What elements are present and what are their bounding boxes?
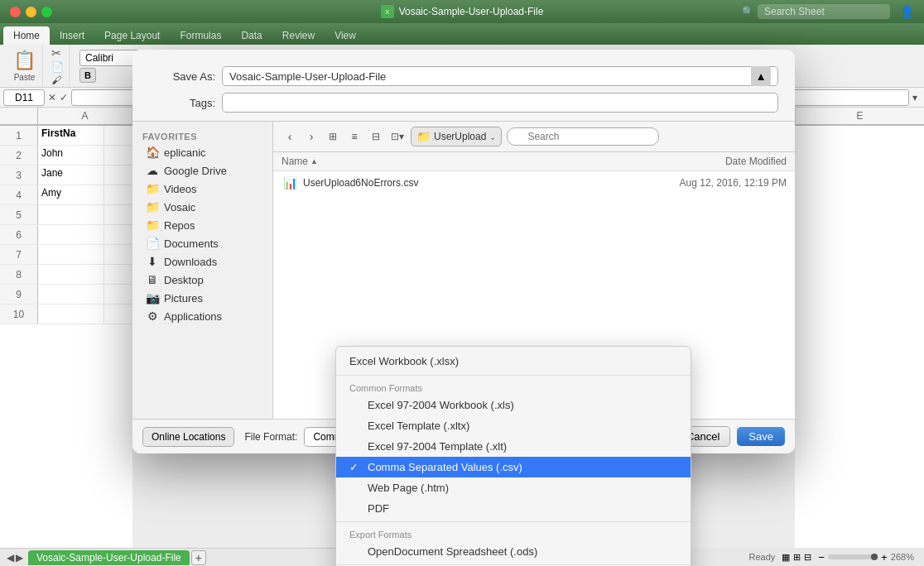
copy-icon[interactable]: 📄 xyxy=(51,61,64,73)
sidebar-label-vosaic: Vosaic xyxy=(164,201,195,213)
menu-item-ods[interactable]: OpenDocument Spreadsheet (.ods) xyxy=(336,541,691,562)
format-painter-icon[interactable]: 🖌 xyxy=(51,74,64,86)
zoom-in-button[interactable]: + xyxy=(881,551,888,564)
sidebar-item-desktop[interactable]: 🖥 Desktop xyxy=(136,271,269,289)
menu-item-xls[interactable]: Excel 97-2004 Workbook (.xls) xyxy=(336,395,691,415)
row-number: 3 xyxy=(0,165,38,185)
cell-value[interactable] xyxy=(38,225,104,244)
apps-icon: ⚙ xyxy=(146,309,159,323)
zoom-slider[interactable] xyxy=(828,554,878,559)
zoom-controls: − + 268% xyxy=(818,551,914,564)
maximize-button[interactable] xyxy=(41,7,52,17)
list-view-button[interactable]: ≡ xyxy=(346,128,363,145)
sheet-tab-main[interactable]: Vosaic-Sample-User-Upload-File xyxy=(28,550,190,565)
folder-icon-3: 📁 xyxy=(146,218,159,232)
tab-page-layout[interactable]: Page Layout xyxy=(94,26,170,45)
page-break-view-button[interactable]: ⊟ xyxy=(804,552,811,563)
sidebar-item-applications[interactable]: ⚙ Applications xyxy=(136,307,269,325)
icon-view-button[interactable]: ⊞ xyxy=(325,128,341,145)
tab-view[interactable]: View xyxy=(325,26,366,45)
minimize-button[interactable] xyxy=(26,7,36,17)
location-dropdown[interactable]: 📁 UserUpload ⌄ xyxy=(411,127,502,146)
close-button[interactable] xyxy=(10,7,21,17)
cancel-formula-icon[interactable]: ✕ xyxy=(48,92,56,103)
cell-value[interactable] xyxy=(38,245,104,264)
prev-sheet-button[interactable]: ◀ xyxy=(7,552,14,564)
name-column-header[interactable]: Name ▲ xyxy=(282,156,654,167)
sidebar-label-documents: Documents xyxy=(164,237,219,250)
menu-item-htm[interactable]: Web Page (.htm) xyxy=(336,477,691,498)
table-row: 6 xyxy=(0,225,132,245)
tags-input[interactable] xyxy=(222,93,778,113)
normal-view-button[interactable]: ▦ xyxy=(782,552,790,563)
format-dropdown-menu: Excel Workbook (.xlsx) Common Formats Ex… xyxy=(335,346,691,566)
next-sheet-button[interactable]: ▶ xyxy=(16,552,23,564)
menu-item-xltx[interactable]: Excel Template (.xltx) xyxy=(336,415,691,436)
table-row: 4 Amy xyxy=(0,185,132,205)
menu-item-pdf[interactable]: PDF xyxy=(336,498,691,519)
cell-reference[interactable]: D11 xyxy=(3,89,45,106)
app-icon: X xyxy=(381,5,394,18)
zoom-out-button[interactable]: − xyxy=(818,551,825,564)
cell-value[interactable] xyxy=(38,285,104,304)
cut-icon[interactable]: ✂ xyxy=(51,46,64,60)
user-icon[interactable]: 👤 xyxy=(900,5,914,18)
cell-value[interactable]: John xyxy=(38,146,104,165)
sidebar-item-repos[interactable]: 📁 Repos xyxy=(136,216,269,234)
row-number: 7 xyxy=(0,245,38,264)
sidebar-item-vosaic[interactable]: 📁 Vosaic xyxy=(136,198,269,216)
title-search-input[interactable] xyxy=(758,4,890,19)
page-layout-view-button[interactable]: ⊞ xyxy=(793,552,801,563)
cell-value[interactable]: Jane xyxy=(38,165,104,185)
coverflow-button[interactable]: ⊡▾ xyxy=(389,128,406,145)
menu-item-xlsx[interactable]: Excel Workbook (.xlsx) xyxy=(336,350,691,372)
file-search-input[interactable] xyxy=(507,127,659,146)
forward-button[interactable]: › xyxy=(303,128,320,145)
tab-data[interactable]: Data xyxy=(231,26,272,45)
cell-value[interactable] xyxy=(38,265,104,284)
menu-item-csv-label: Comma Separated Values (.csv) xyxy=(368,461,522,473)
sidebar-item-videos[interactable]: 📁 Videos xyxy=(136,180,269,198)
sidebar-label-repos: Repos xyxy=(164,219,195,232)
file-name: UserUpload6NoErrors.csv xyxy=(303,177,654,189)
sidebar-item-documents[interactable]: 📄 Documents xyxy=(136,234,269,252)
tab-formulas[interactable]: Formulas xyxy=(170,26,231,45)
window-controls[interactable] xyxy=(10,7,52,17)
add-sheet-button[interactable]: + xyxy=(191,550,206,565)
title-bar: X Vosaic-Sample-User-Upload-File 🔍 👤 xyxy=(0,0,924,23)
location-folder-icon: 📁 xyxy=(416,130,431,143)
cell-value[interactable] xyxy=(38,305,104,324)
title-search-area[interactable]: 🔍 👤 xyxy=(742,4,914,19)
online-locations-button[interactable]: Online Locations xyxy=(142,427,234,447)
common-formats-section: Common Formats xyxy=(336,378,691,395)
zoom-slider-thumb[interactable] xyxy=(871,554,878,560)
menu-item-xlt[interactable]: Excel 97-2004 Template (.xlt) xyxy=(336,436,691,457)
menu-item-csv[interactable]: ✓ Comma Separated Values (.csv) xyxy=(336,457,691,477)
list-item[interactable]: 📊 UserUpload6NoErrors.csv Aug 12, 2016, … xyxy=(273,171,795,194)
expand-formula-icon[interactable]: ▾ xyxy=(912,92,917,103)
cell-value[interactable] xyxy=(38,205,104,224)
save-as-label: Save As: xyxy=(149,70,215,83)
save-as-filename[interactable]: Vosaic-Sample-User-Upload-File xyxy=(229,70,751,83)
tab-review[interactable]: Review xyxy=(272,26,325,45)
cell-value[interactable]: Amy xyxy=(38,185,104,204)
cell-value[interactable]: FirstNa xyxy=(38,126,104,145)
paste-icon[interactable]: 📋 xyxy=(13,50,36,71)
menu-divider-1 xyxy=(336,375,691,376)
confirm-formula-icon[interactable]: ✓ xyxy=(60,92,68,103)
sidebar-item-downloads[interactable]: ⬇ Downloads xyxy=(136,252,269,271)
sidebar-item-google-drive[interactable]: ☁ Google Drive xyxy=(136,161,269,180)
sidebar-item-eplicanic[interactable]: 🏠 eplicanic xyxy=(136,143,269,161)
sidebar-label-desktop: Desktop xyxy=(164,274,204,286)
save-as-dropdown-button[interactable]: ▲ xyxy=(751,66,771,86)
sidebar-item-pictures[interactable]: 📷 Pictures xyxy=(136,289,269,307)
favorites-section-label: Favorites xyxy=(132,128,272,143)
tab-home[interactable]: Home xyxy=(3,26,50,45)
tab-insert[interactable]: Insert xyxy=(50,26,94,45)
back-button[interactable]: ‹ xyxy=(282,128,298,145)
save-button[interactable]: Save xyxy=(737,427,785,446)
sidebar-label-pictures: Pictures xyxy=(164,292,203,305)
column-view-button[interactable]: ⊟ xyxy=(368,128,384,145)
bold-button[interactable]: B xyxy=(79,68,96,83)
date-column-header[interactable]: Date Modified xyxy=(654,156,787,167)
